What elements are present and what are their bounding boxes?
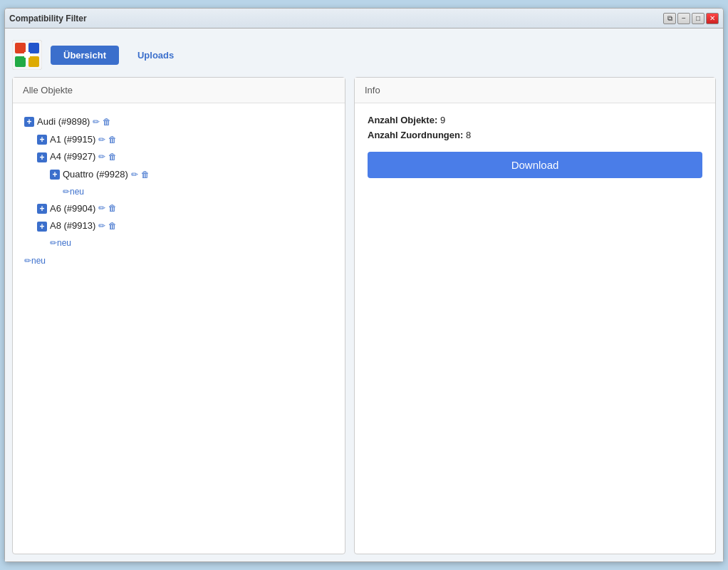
tree-row-a4: + A4 (#9927) ✏ 🗑 [24,148,333,166]
edit-audi[interactable]: ✏ [93,114,100,130]
anzahl-zuordnungen-label: Anzahl Zuordnungen: [368,130,463,140]
edit-a6[interactable]: ✏ [98,200,105,217]
neu-root-row: ✏neu [24,252,333,269]
tree-row-a1: + A1 (#9915) ✏ 🗑 [24,131,333,149]
expand-a8[interactable]: + [37,222,47,232]
label-a8: A8 (#9913) [50,217,95,235]
svg-rect-3 [15,56,26,67]
tab-ubersicht[interactable]: Übersicht [51,46,119,65]
delete-audi[interactable]: 🗑 [103,114,111,130]
neu-root[interactable]: ✏neu [24,253,46,269]
neu-a8-row: ✏neu [24,235,333,252]
window-controls: ⧉ − □ ✕ [663,13,719,24]
expand-a4[interactable]: + [37,152,47,162]
download-button[interactable]: Download [368,152,702,178]
svg-rect-7 [21,53,33,56]
tree-row-a8: + A8 (#9913) ✏ 🗑 [24,217,333,235]
svg-rect-1 [15,43,26,53]
label-audi: Audi (#9898) [37,113,90,131]
tree-item-a8: + A8 (#9913) ✏ 🗑 ✏neu [24,217,333,251]
delete-a8[interactable]: 🗑 [108,218,117,234]
main-window: Compatibility Filter ⧉ − □ ✕ [4,8,724,562]
delete-quattro[interactable]: 🗑 [141,167,150,183]
tree-item-a6: + A6 (#9904) ✏ 🗑 [24,200,333,218]
window-title: Compatibility Filter [9,14,87,24]
tree-item-a1: + A1 (#9915) ✏ 🗑 [24,131,333,149]
tree-item-audi: + Audi (#9898) ✏ 🗑 + A1 (# [24,113,333,252]
neu-quattro[interactable]: ✏neu [63,184,84,200]
audi-children: + A1 (#9915) ✏ 🗑 + [24,131,333,252]
tree-item-root-neu: ✏neu [24,252,333,269]
expand-audi[interactable]: + [24,117,34,127]
edit-a1[interactable]: ✏ [98,132,105,148]
anzahl-objekte-row: Anzahl Objekte: 9 [368,115,702,125]
tree-item-quattro: + Quattro (#9928) ✏ 🗑 ✏neu [24,166,333,200]
panel-left-header: Alle Objekte [13,78,345,103]
object-tree: + Audi (#9898) ✏ 🗑 + A1 (# [24,113,333,269]
expand-a6[interactable]: + [37,204,47,214]
label-quattro: Quattro (#9928) [63,166,128,184]
minimize-button[interactable]: − [677,13,690,24]
window-content: Übersicht Uploads Alle Objekte + Audi (#… [5,28,723,561]
edit-quattro[interactable]: ✏ [131,167,138,183]
tree-row-audi: + Audi (#9898) ✏ 🗑 [24,113,333,131]
delete-a6[interactable]: 🗑 [108,200,117,217]
tab-uploads[interactable]: Uploads [125,46,187,65]
app-logo [12,40,42,70]
expand-quattro[interactable]: + [50,170,60,180]
label-a4: A4 (#9927) [50,148,95,166]
edit-a8[interactable]: ✏ [98,218,105,234]
label-a6: A6 (#9904) [50,200,95,218]
anzahl-zuordnungen-row: Anzahl Zuordnungen: 8 [368,130,702,140]
neu-quattro-row: ✏neu [24,184,333,200]
delete-a1[interactable]: 🗑 [108,132,117,148]
label-a1: A1 (#9915) [50,131,95,149]
edit-a4[interactable]: ✏ [98,149,105,165]
tree-row-a6: + A6 (#9904) ✏ 🗑 [24,200,333,218]
restore-button[interactable]: ⧉ [663,13,676,24]
tree-row-quattro: + Quattro (#9928) ✏ 🗑 [24,166,333,184]
tree-item-a4: + A4 (#9927) ✏ 🗑 [24,148,333,200]
maximize-button[interactable]: □ [692,13,704,24]
panel-left-body: + Audi (#9898) ✏ 🗑 + A1 (# [13,103,345,554]
panel-right-body: Anzahl Objekte: 9 Anzahl Zuordnungen: 8 … [355,103,715,190]
svg-rect-2 [28,43,39,53]
tab-bar: Übersicht Uploads [12,36,716,77]
a4-children: + Quattro (#9928) ✏ 🗑 ✏neu [24,166,333,200]
neu-a8[interactable]: ✏neu [50,235,71,252]
anzahl-objekte-value: 9 [440,115,445,125]
anzahl-objekte-label: Anzahl Objekte: [368,115,437,125]
close-button[interactable]: ✕ [706,13,719,24]
anzahl-zuordnungen-value: 8 [466,130,471,140]
titlebar: Compatibility Filter ⧉ − □ ✕ [5,9,723,28]
panels: Alle Objekte + Audi (#9898) ✏ 🗑 [12,77,716,554]
panel-info: Info Anzahl Objekte: 9 Anzahl Zuordnunge… [354,77,716,554]
delete-a4[interactable]: 🗑 [108,149,117,165]
panel-alle-objekte: Alle Objekte + Audi (#9898) ✏ 🗑 [12,77,345,554]
expand-a1[interactable]: + [37,135,47,145]
panel-right-header: Info [355,78,715,103]
svg-rect-4 [28,56,39,67]
